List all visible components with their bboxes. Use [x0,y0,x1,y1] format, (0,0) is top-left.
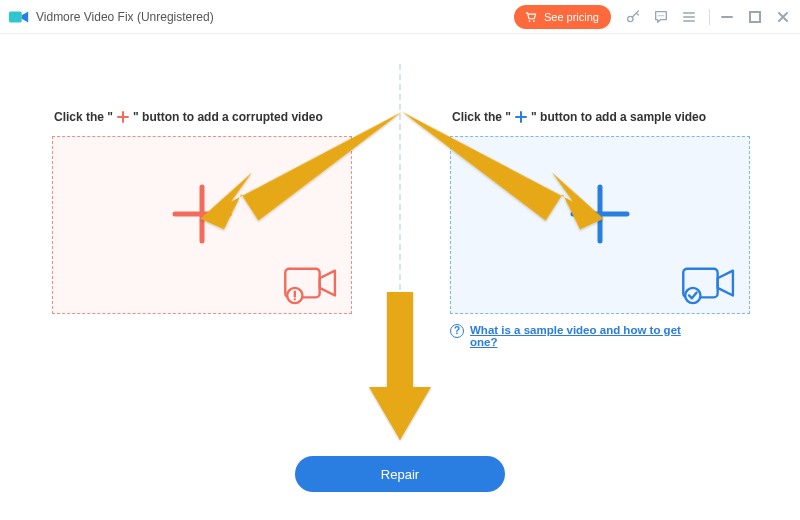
svg-point-1 [529,20,531,22]
key-icon[interactable] [625,9,641,25]
ok-video-icon [681,263,739,305]
plus-icon [117,111,129,123]
svg-rect-0 [9,11,22,22]
svg-point-10 [294,298,296,300]
sample-help-link[interactable]: What is a sample video and how to get on… [470,324,710,348]
content-area: Click the " " button to add a corrupted … [0,34,800,520]
repair-button[interactable]: Repair [295,456,505,492]
svg-point-2 [533,20,535,22]
see-pricing-button[interactable]: See pricing [514,5,611,29]
svg-point-5 [660,15,661,16]
help-icon: ? [450,324,464,338]
app-title: Vidmore Video Fix (Unregistered) [36,10,214,24]
broken-video-icon [283,263,341,305]
feedback-icon[interactable] [653,9,669,25]
vertical-divider [399,64,401,440]
plus-icon [565,179,635,249]
corrupted-instruction-label: Click the " " button to add a corrupted … [54,110,352,124]
maximize-icon[interactable] [748,10,762,24]
cart-icon [524,10,538,24]
close-icon[interactable] [776,10,790,24]
minimize-icon[interactable] [720,10,734,24]
plus-icon [515,111,527,123]
pricing-label: See pricing [544,11,599,23]
add-sample-dropzone[interactable] [450,136,750,314]
sample-video-column: Click the " " button to add a sample vid… [450,110,750,348]
separator [709,9,710,25]
titlebar: Vidmore Video Fix (Unregistered) See pri… [0,0,800,34]
add-corrupted-dropzone[interactable] [52,136,352,314]
app-logo-icon [8,6,30,28]
svg-rect-7 [750,12,760,22]
sample-help-row: ? What is a sample video and how to get … [450,324,750,348]
corrupted-video-column: Click the " " button to add a corrupted … [52,110,352,314]
sample-instruction-label: Click the " " button to add a sample vid… [452,110,750,124]
svg-point-4 [658,15,659,16]
menu-icon[interactable] [681,9,697,25]
svg-point-6 [662,15,663,16]
plus-icon [167,179,237,249]
